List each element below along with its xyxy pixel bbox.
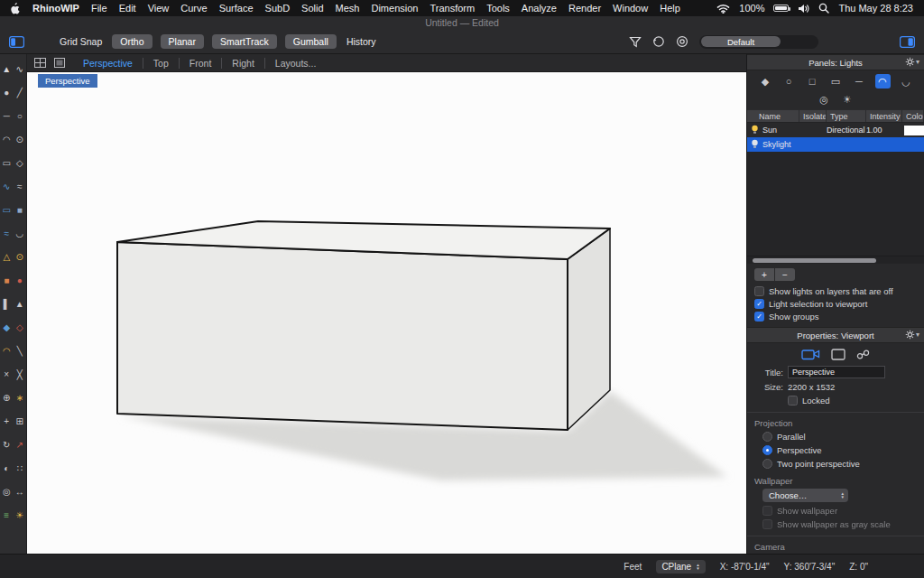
menu-render[interactable]: Render: [568, 3, 601, 14]
point-light-icon[interactable]: ○: [781, 74, 797, 89]
directional-light-icon[interactable]: □: [805, 74, 820, 89]
menu-tools[interactable]: Tools: [486, 3, 510, 14]
mirror-tool-icon[interactable]: ◐: [0, 456, 14, 480]
menu-dimension[interactable]: Dimension: [371, 3, 418, 14]
select-tool-icon[interactable]: ▲: [0, 57, 14, 80]
lights-panel-gear-icon[interactable]: ▾: [905, 57, 919, 67]
column-intensity[interactable]: Intensity: [866, 110, 902, 122]
viewport-layout-grid-icon[interactable]: [34, 58, 46, 68]
menu-surface[interactable]: Surface: [219, 3, 254, 14]
show-lights-off-layers-checkbox[interactable]: [754, 286, 764, 296]
curve-tool-icon[interactable]: ∿: [0, 174, 14, 198]
polyline-tool-icon[interactable]: ╱: [14, 80, 27, 104]
wallpaper-choose-dropdown[interactable]: Choose… ▲▼: [762, 489, 848, 502]
render-target-icon[interactable]: [676, 35, 688, 48]
light-row-sun[interactable]: Sun Directional 1.00: [747, 123, 924, 137]
menu-mesh[interactable]: Mesh: [336, 3, 360, 14]
move-tool-icon[interactable]: +: [0, 409, 14, 433]
history-toggle[interactable]: History: [345, 36, 378, 47]
wifi-icon[interactable]: [716, 4, 730, 14]
join-tool-icon[interactable]: ⊕: [0, 386, 14, 409]
cplane-dropdown[interactable]: CPlane ▲▼: [656, 560, 705, 573]
revolve-tool-icon[interactable]: ⊙: [14, 245, 27, 268]
perspective-viewport[interactable]: Perspective: [27, 72, 746, 554]
parallel-radio[interactable]: [762, 432, 772, 442]
spotlight-search-icon[interactable]: [818, 3, 829, 14]
lights-list-empty-area[interactable]: [747, 152, 924, 256]
app-menu-rhinowip[interactable]: RhinoWIP: [32, 3, 79, 14]
pan-tool-icon[interactable]: ↔: [14, 480, 27, 503]
surface-tool-icon[interactable]: ▭: [0, 198, 14, 221]
light-intensity-cell[interactable]: 1.00: [866, 126, 902, 135]
boolean-difference-tool-icon[interactable]: ◇: [14, 315, 27, 339]
display-mode-control[interactable]: Default: [699, 35, 818, 49]
light-color-swatch[interactable]: [904, 126, 924, 135]
layer-tool-icon[interactable]: ≡: [0, 503, 14, 527]
dome-light-icon[interactable]: ◎: [817, 92, 832, 107]
add-light-button[interactable]: +: [754, 268, 774, 281]
viewport-title-chip[interactable]: Perspective: [38, 74, 97, 88]
volume-icon[interactable]: [798, 4, 809, 14]
array-tool-icon[interactable]: ∷: [14, 456, 27, 480]
spotlight-icon[interactable]: ◆: [758, 74, 773, 89]
menu-bar-clock[interactable]: Thu May 28 8:23: [838, 3, 913, 14]
column-color[interactable]: Color: [902, 110, 924, 122]
apple-menu-icon[interactable]: [11, 3, 21, 14]
remove-light-button[interactable]: −: [775, 268, 795, 281]
skylight-icon[interactable]: ◠: [875, 74, 891, 89]
zoom-tool-icon[interactable]: ◎: [0, 480, 14, 503]
tab-right[interactable]: Right: [221, 58, 264, 69]
menu-edit[interactable]: Edit: [119, 3, 136, 14]
undo-view-icon[interactable]: [652, 35, 665, 48]
locked-checkbox[interactable]: [788, 396, 798, 406]
box-front-face[interactable]: [117, 242, 568, 430]
show-wallpaper-grayscale-checkbox[interactable]: [762, 519, 772, 529]
loft-tool-icon[interactable]: ≈: [0, 221, 14, 245]
properties-panel-gear-icon[interactable]: ▾: [905, 330, 919, 340]
circle-tool-icon[interactable]: ○: [14, 104, 27, 127]
light-tool-icon[interactable]: ☀: [14, 503, 27, 527]
point-tool-icon[interactable]: ●: [0, 80, 14, 104]
rectangular-light-icon[interactable]: ▭: [828, 74, 844, 89]
sun-icon[interactable]: ☀: [840, 92, 855, 107]
menu-curve[interactable]: Curve: [180, 3, 207, 14]
ortho-toggle[interactable]: Ortho: [112, 34, 152, 49]
rectangle-tool-icon[interactable]: ▭: [0, 151, 14, 174]
tab-front[interactable]: Front: [179, 58, 222, 69]
trim-tool-icon[interactable]: ×: [0, 362, 14, 386]
toggle-right-panel-icon[interactable]: [900, 36, 915, 48]
sphere-tool-icon[interactable]: ●: [14, 268, 27, 292]
column-isolate[interactable]: Isolate: [799, 110, 827, 122]
column-type[interactable]: Type: [827, 110, 866, 122]
lights-horizontal-scrollbar[interactable]: [747, 256, 924, 264]
smarttrack-toggle[interactable]: SmartTrack: [212, 34, 277, 49]
light-selection-to-viewport-checkbox[interactable]: ✓: [754, 299, 764, 309]
menu-window[interactable]: Window: [613, 3, 648, 14]
box-tool-icon[interactable]: ■: [0, 268, 14, 292]
show-wallpaper-checkbox[interactable]: [762, 506, 772, 516]
link-icon[interactable]: [856, 350, 870, 359]
split-tool-icon[interactable]: ╳: [14, 362, 27, 386]
gumball-toggle[interactable]: Gumball: [285, 34, 337, 49]
two-point-perspective-radio[interactable]: [762, 459, 772, 469]
ellipse-tool-icon[interactable]: ⊙: [14, 127, 27, 151]
cone-tool-icon[interactable]: ▲: [14, 292, 27, 315]
fillet-tool-icon[interactable]: ◠: [0, 339, 14, 362]
grid-snap-toggle[interactable]: Grid Snap: [58, 36, 104, 47]
rotate-tool-icon[interactable]: ↻: [0, 433, 14, 456]
polygon-tool-icon[interactable]: ◇: [14, 151, 27, 174]
toggle-left-sidebar-icon[interactable]: [9, 36, 24, 48]
menu-help[interactable]: Help: [660, 3, 680, 14]
lasso-select-tool-icon[interactable]: ∿: [14, 57, 27, 80]
light-row-skylight[interactable]: Skylight: [747, 137, 924, 152]
viewport-camera-icon[interactable]: [801, 348, 820, 360]
tab-layouts[interactable]: Layouts...: [264, 58, 327, 69]
line-tool-icon[interactable]: ─: [0, 104, 14, 127]
display-mode-value[interactable]: Default: [701, 36, 781, 47]
copy-tool-icon[interactable]: ⊞: [14, 409, 27, 433]
cylinder-tool-icon[interactable]: ▌: [0, 292, 14, 315]
selection-filter-icon[interactable]: [629, 36, 642, 48]
column-name[interactable]: Name: [747, 110, 799, 122]
scale-tool-icon[interactable]: ↗: [14, 433, 27, 456]
tab-top[interactable]: Top: [143, 58, 179, 69]
